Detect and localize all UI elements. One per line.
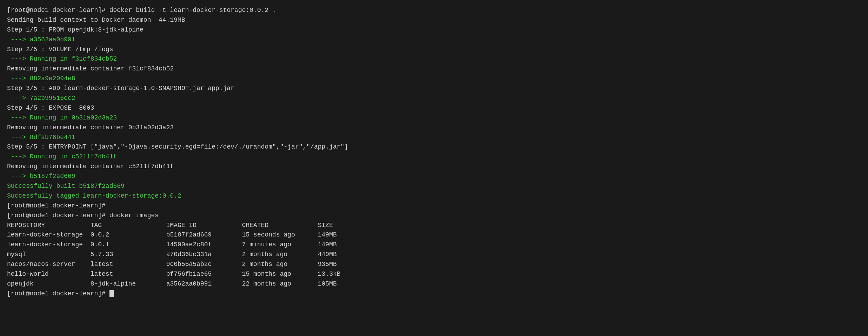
terminal-line: mysql 5.7.33 a70d36bc331a 2 months ago 4… [7, 250, 861, 260]
terminal-line: openjdk 8-jdk-alpine a3562aa0b991 22 mon… [7, 279, 861, 289]
terminal-line: ---> b5187f2ad669 [7, 172, 861, 181]
terminal-line: ---> Running in c5211f7db41f [7, 152, 861, 162]
terminal-line: Step 1/5 : FROM openjdk:8-jdk-alpine [7, 25, 861, 35]
terminal-line: learn-docker-storage 0.0.1 14590ae2c80f … [7, 240, 861, 250]
terminal-line: REPOSITORY TAG IMAGE ID CREATED SIZE [7, 221, 861, 231]
terminal-line: [root@node1 docker-learn]# [7, 201, 861, 211]
terminal-line: Sending build context to Docker daemon 4… [7, 15, 861, 25]
terminal-line: Removing intermediate container f31cf834… [7, 64, 861, 74]
terminal-line: ---> 882a9e2094e8 [7, 74, 861, 84]
terminal-line: Step 2/5 : VOLUME /tmp /logs [7, 45, 861, 55]
terminal-line: ---> Running in 0b31a02d3a23 [7, 113, 861, 123]
terminal-line: Removing intermediate container 0b31a02d… [7, 123, 861, 133]
terminal-line: Step 4/5 : EXPOSE 8003 [7, 103, 861, 113]
terminal-line: Step 3/5 : ADD learn-docker-storage-1.0-… [7, 84, 861, 94]
terminal-cursor [109, 290, 114, 297]
terminal-line: nacos/nacos-server latest 9c0b55a5ab2c 2… [7, 260, 861, 269]
terminal-line: Successfully tagged learn-docker-storage… [7, 191, 861, 201]
terminal-line: ---> a3562aa0b991 [7, 35, 861, 45]
terminal-line: ---> 7a2b99516ec2 [7, 94, 861, 103]
terminal-line: ---> 8dfab76be441 [7, 133, 861, 143]
terminal-line: Step 5/5 : ENTRYPOINT ["java","-Djava.se… [7, 142, 861, 152]
terminal-line: Successfully built b5187f2ad669 [7, 181, 861, 191]
terminal-line: Removing intermediate container c5211f7d… [7, 162, 861, 172]
terminal-line: [root@node1 docker-learn]# docker images [7, 211, 861, 221]
terminal-line: [root@node1 docker-learn]# docker build … [7, 6, 861, 15]
terminal-line: learn-docker-storage 0.0.2 b5187f2ad669 … [7, 230, 861, 240]
terminal-line: hello-world latest bf756fb1ae65 15 month… [7, 269, 861, 279]
terminal-line: [root@node1 docker-learn]# [7, 289, 861, 299]
terminal-line: ---> Running in f31cf834cb52 [7, 54, 861, 64]
terminal-window: [root@node1 docker-learn]# docker build … [7, 6, 861, 299]
